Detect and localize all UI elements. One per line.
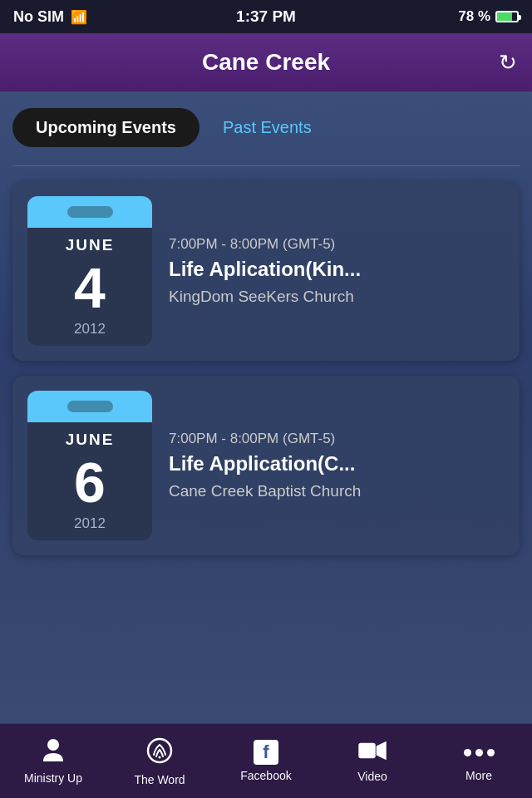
event-day: 6 <box>74 454 106 510</box>
video-icon <box>358 740 387 766</box>
status-bar: No SIM 📶 1:37 PM 78 % <box>0 0 532 33</box>
person-icon <box>42 738 65 767</box>
tab-video[interactable]: Video <box>319 740 426 783</box>
svg-point-2 <box>159 756 161 758</box>
event-title: Life Aplication(Kin... <box>169 258 505 282</box>
status-left: No SIM 📶 <box>13 8 87 26</box>
tab-more[interactable]: More <box>426 740 532 782</box>
event-tab-bar: Upcoming Events Past Events <box>12 108 520 147</box>
word-icon <box>145 736 174 769</box>
event-calendar-icon: JUNE 4 2012 <box>27 196 152 346</box>
event-location: Cane Creek Baptist Church <box>169 482 505 500</box>
svg-rect-3 <box>358 742 375 758</box>
cal-handle <box>67 206 113 218</box>
svg-point-0 <box>47 739 59 751</box>
battery-percentage: 78 % <box>458 8 490 25</box>
event-day: 4 <box>74 259 106 316</box>
more-dots-icon <box>464 740 495 765</box>
event-month: JUNE <box>66 236 115 254</box>
event-card[interactable]: JUNE 4 2012 7:00PM - 8:00PM (GMT-5) Life… <box>12 181 520 361</box>
bottom-tab-bar: Ministry Up The Word f Facebook Video <box>0 723 532 798</box>
event-info: 7:00PM - 8:00PM (GMT-5) Life Application… <box>169 431 505 501</box>
tab-more-label: More <box>466 769 492 782</box>
refresh-button[interactable]: ↻ <box>499 50 517 76</box>
status-time: 1:37 PM <box>236 7 296 26</box>
tab-ministry-up-label: Ministry Up <box>24 771 82 785</box>
event-info: 7:00PM - 8:00PM (GMT-5) Life Aplication(… <box>169 236 505 307</box>
app-header: Cane Creek ↻ <box>0 33 532 91</box>
app-title: Cane Creek <box>202 49 330 76</box>
cal-top <box>27 196 152 228</box>
main-content: Upcoming Events Past Events JUNE 4 2012 … <box>0 91 532 723</box>
tab-video-label: Video <box>357 770 387 783</box>
event-time: 7:00PM - 8:00PM (GMT-5) <box>169 236 505 253</box>
battery-icon <box>495 11 519 22</box>
tab-facebook-label: Facebook <box>240 769 291 782</box>
cal-top <box>27 391 152 422</box>
cal-body: JUNE 6 2012 <box>66 422 115 540</box>
event-year: 2012 <box>74 515 106 532</box>
status-right: 78 % <box>458 8 519 25</box>
cal-body: JUNE 4 2012 <box>66 228 115 346</box>
svg-marker-4 <box>377 741 387 759</box>
event-card[interactable]: JUNE 6 2012 7:00PM - 8:00PM (GMT-5) Life… <box>12 376 520 555</box>
facebook-icon: f <box>254 740 278 765</box>
event-title: Life Application(C... <box>169 452 505 476</box>
upcoming-events-tab[interactable]: Upcoming Events <box>12 108 200 147</box>
wifi-icon: 📶 <box>71 9 87 25</box>
tab-facebook[interactable]: f Facebook <box>213 740 319 782</box>
carrier-label: No SIM <box>13 8 64 26</box>
tab-divider <box>12 165 520 166</box>
battery-fill <box>497 12 512 21</box>
event-location: KingDom SeeKers Church <box>169 288 505 306</box>
tab-the-word[interactable]: The Word <box>106 736 213 786</box>
past-events-tab[interactable]: Past Events <box>200 108 335 147</box>
event-time: 7:00PM - 8:00PM (GMT-5) <box>169 431 505 447</box>
tab-the-word-label: The Word <box>134 773 185 786</box>
tab-ministry-up[interactable]: Ministry Up <box>0 738 106 785</box>
event-year: 2012 <box>74 321 106 337</box>
event-calendar-icon: JUNE 6 2012 <box>27 391 152 540</box>
cal-handle <box>67 401 113 412</box>
event-month: JUNE <box>66 431 115 449</box>
